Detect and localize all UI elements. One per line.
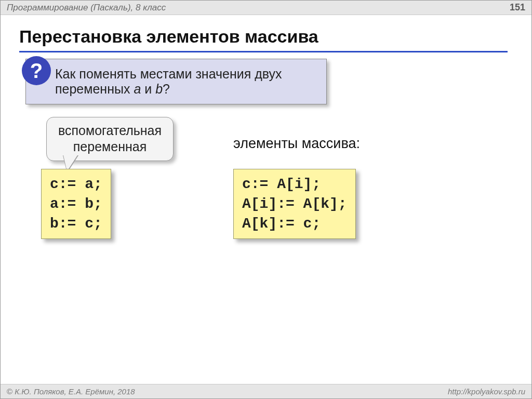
question-line2-prefix: переменных (55, 82, 134, 96)
callout-box: вспомогательная переменная (46, 117, 174, 161)
callout-line1: вспомогательная (58, 123, 162, 139)
footer-authors-text: К.Ю. Поляков, Е.А. Ерёмин, 2018 (12, 387, 135, 396)
variable-a: a (134, 82, 141, 96)
code-swap-array: c:= A[i]; A[i]:= A[k]; A[k]:= c; (233, 169, 356, 239)
question-line2: переменных a и b? (55, 82, 313, 97)
array-elements-label: элементы массива: (233, 136, 360, 152)
code-swap-vars: c:= a; a:= b; b:= c; (41, 169, 111, 239)
course-title: Программирование (Паскаль), 8 класс (7, 3, 166, 13)
footer-url: http://kpolyakov.spb.ru (448, 387, 525, 396)
slide: Программирование (Паскаль), 8 класс 151 … (0, 0, 532, 399)
footer-authors: © К.Ю. Поляков, Е.А. Ерёмин, 2018 (7, 387, 135, 396)
footer-bar: © К.Ю. Поляков, Е.А. Ерёмин, 2018 http:/… (1, 384, 531, 398)
page-number: 151 (510, 2, 525, 13)
question-mark-icon: ? (22, 56, 51, 85)
variable-b: b (155, 82, 163, 96)
question-box: ? Как поменять местами значения двух пер… (25, 59, 327, 104)
question-block: ? Как поменять местами значения двух пер… (25, 59, 327, 104)
question-line2-suffix: ? (163, 82, 170, 96)
slide-title: Перестановка элементов массива (19, 26, 508, 52)
question-and: и (141, 82, 155, 96)
top-bar: Программирование (Паскаль), 8 класс 151 (1, 1, 531, 15)
callout-line2: переменная (58, 139, 162, 155)
copyright-icon: © (7, 387, 12, 396)
question-line1: Как поменять местами значения двух (55, 66, 313, 82)
